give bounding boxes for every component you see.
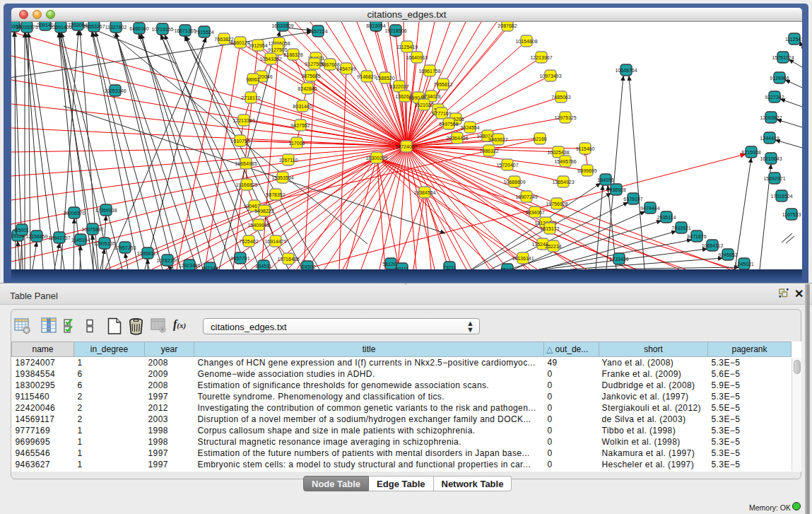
svg-text:252214: 252214 (545, 244, 561, 249)
svg-text:19384554: 19384554 (413, 190, 435, 195)
svg-text:1621022: 1621022 (414, 103, 433, 107)
svg-text:2718170: 2718170 (241, 95, 260, 100)
svg-text:9657791: 9657791 (230, 256, 249, 261)
svg-text:8322037: 8322037 (389, 84, 408, 89)
svg-text:17957253: 17957253 (114, 245, 136, 250)
svg-text:9129966: 9129966 (770, 76, 789, 81)
svg-text:9227342: 9227342 (765, 95, 784, 100)
svg-text:7955812: 7955812 (433, 82, 452, 87)
svg-text:2087682: 2087682 (498, 23, 517, 28)
svg-text:11327602: 11327602 (105, 25, 127, 30)
svg-text:19654985: 19654985 (235, 161, 257, 166)
svg-text:8215938: 8215938 (741, 150, 760, 155)
svg-text:9127505: 9127505 (268, 47, 287, 52)
svg-text:16640910: 16640910 (406, 55, 428, 60)
svg-text:9474444: 9474444 (640, 206, 659, 211)
svg-text:1167533: 1167533 (782, 212, 801, 217)
svg-text:1588520: 1588520 (375, 76, 394, 81)
svg-text:14136141: 14136141 (512, 256, 534, 261)
svg-text:85001: 85001 (15, 228, 29, 233)
svg-text:10719155: 10719155 (151, 27, 173, 32)
svg-text:12156859: 12156859 (25, 234, 47, 239)
svg-text:13654923: 13654923 (552, 180, 574, 185)
svg-text:62160: 62160 (533, 136, 547, 141)
svg-text:1244419: 1244419 (760, 136, 779, 141)
svg-text:117006: 117006 (289, 141, 305, 146)
svg-text:124502: 124502 (299, 264, 315, 269)
svg-text:1610755: 1610755 (230, 139, 249, 144)
svg-text:12905135: 12905135 (93, 241, 115, 246)
svg-text:5878352: 5878352 (266, 192, 285, 197)
svg-text:10973493: 10973493 (539, 74, 561, 78)
svg-text:10654112: 10654112 (702, 243, 724, 248)
svg-text:10688609: 10688609 (503, 180, 525, 185)
svg-text:15353594: 15353594 (271, 175, 293, 180)
svg-text:7357224: 7357224 (308, 29, 327, 34)
svg-text:12942737: 12942737 (48, 235, 70, 240)
svg-text:10648764: 10648764 (615, 68, 637, 73)
svg-text:8813054: 8813054 (366, 23, 385, 28)
svg-text:1245021: 1245021 (734, 262, 753, 267)
svg-text:1733426: 1733426 (609, 257, 628, 262)
svg-text:16914479: 16914479 (264, 239, 286, 244)
svg-text:12975125: 12975125 (554, 115, 576, 120)
svg-text:19756928: 19756928 (546, 201, 567, 206)
svg-text:8660124: 8660124 (230, 40, 249, 45)
svg-text:3912954: 3912954 (248, 43, 267, 48)
svg-text:9777169: 9777169 (432, 111, 451, 116)
svg-text:9146821: 9146821 (357, 74, 376, 79)
svg-text:8031440: 8031440 (293, 104, 312, 109)
svg-text:11125419: 11125419 (396, 45, 418, 49)
svg-text:7625402: 7625402 (239, 239, 258, 244)
svg-text:10543362: 10543362 (259, 57, 281, 62)
svg-text:15692971: 15692971 (763, 176, 785, 181)
svg-text:7515524: 7515524 (194, 30, 213, 35)
svg-text:18907249: 18907249 (515, 194, 537, 199)
svg-text:7485063: 7485063 (551, 95, 570, 100)
svg-text:10154808: 10154808 (515, 39, 537, 44)
svg-text:9115460: 9115460 (576, 146, 595, 151)
svg-text:16033809: 16033809 (271, 23, 293, 28)
svg-text:17359938: 17359938 (95, 208, 117, 213)
svg-text:3267110: 3267110 (279, 158, 298, 163)
svg-text:19166825: 19166825 (235, 182, 257, 187)
svg-text:7986322: 7986322 (479, 148, 498, 153)
svg-text:10653267: 10653267 (83, 24, 105, 29)
svg-text:13716485: 13716485 (277, 257, 299, 262)
svg-text:18300295: 18300295 (365, 156, 387, 160)
svg-text:15409948: 15409948 (247, 223, 269, 228)
svg-text:10782759: 10782759 (156, 258, 178, 263)
svg-text:6379197: 6379197 (623, 197, 642, 201)
svg-text:20053346: 20053346 (104, 88, 126, 93)
svg-text:12093822: 12093822 (760, 115, 782, 120)
svg-text:15720407: 15720407 (496, 163, 518, 168)
svg-text:8186328: 8186328 (283, 52, 302, 57)
svg-text:3875685: 3875685 (301, 74, 320, 78)
svg-text:8454749: 8454749 (336, 66, 355, 71)
svg-text:8242845: 8242845 (298, 86, 317, 91)
svg-text:9834067: 9834067 (525, 210, 544, 215)
svg-text:17016504: 17016504 (770, 194, 792, 199)
svg-text:20206570: 20206570 (63, 211, 85, 216)
svg-text:14035575: 14035575 (16, 25, 37, 30)
svg-text:9463627: 9463627 (488, 137, 507, 142)
svg-text:1112541: 1112541 (785, 37, 802, 42)
svg-text:9427552: 9427552 (290, 123, 310, 128)
svg-text:19218506: 19218506 (384, 28, 406, 33)
svg-text:15751074: 15751074 (772, 55, 794, 60)
svg-text:16210643: 16210643 (760, 156, 782, 161)
svg-text:2935114: 2935114 (657, 215, 676, 220)
svg-text:6466160: 6466160 (129, 26, 148, 31)
svg-text:1145194: 1145194 (71, 238, 90, 243)
svg-text:16671365: 16671365 (174, 28, 196, 33)
svg-text:5498222: 5498222 (254, 209, 273, 214)
svg-text:10025438: 10025438 (547, 150, 569, 155)
svg-text:15495786: 15495786 (554, 159, 576, 164)
svg-text:20364436: 20364436 (446, 136, 468, 141)
svg-text:164095: 164095 (597, 177, 613, 182)
svg-text:9734028: 9734028 (421, 94, 440, 99)
svg-text:7632621: 7632621 (671, 226, 690, 230)
svg-text:98961: 98961 (246, 77, 260, 82)
svg-text:12213383: 12213383 (233, 118, 254, 123)
svg-text:3624554: 3624554 (460, 125, 479, 130)
